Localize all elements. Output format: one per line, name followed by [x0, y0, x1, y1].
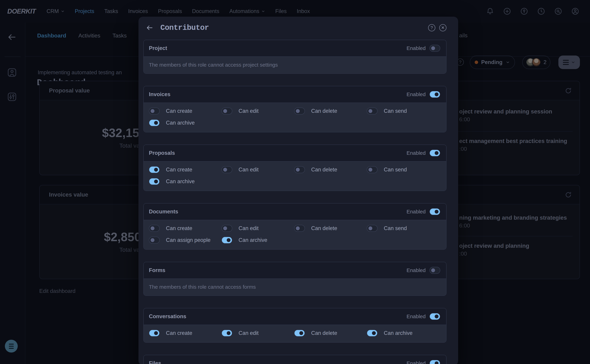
- section-note: The members of this role cannot access f…: [144, 279, 446, 295]
- conversations-can-delete-toggle[interactable]: [294, 330, 305, 337]
- section-header: ConversationsEnabled: [144, 308, 446, 325]
- documents-can-archive-toggle[interactable]: [221, 237, 232, 244]
- permission-sections: ProjectEnabledThe members of this role c…: [143, 40, 447, 364]
- permission-item: Can edit: [221, 106, 294, 116]
- project-enabled-toggle[interactable]: [429, 45, 440, 52]
- conversations-can-edit-toggle[interactable]: [221, 330, 232, 337]
- section-header: InvoicesEnabled: [144, 86, 446, 103]
- section-title: Forms: [149, 267, 165, 273]
- permission-label: Can archive: [166, 178, 194, 185]
- section-body: The members of this role cannot access f…: [144, 279, 446, 295]
- enabled-control: Enabled: [407, 150, 440, 156]
- permission-label: Can edit: [239, 225, 259, 231]
- invoices-can-send-toggle[interactable]: [367, 108, 377, 115]
- section-title: Conversations: [149, 313, 186, 320]
- enabled-label: Enabled: [407, 150, 426, 156]
- section-conversations: ConversationsEnabledCan createCan editCa…: [143, 308, 447, 343]
- section-body: Can createCan editCan deleteCan sendCan …: [144, 220, 446, 249]
- permission-label: Can send: [384, 108, 407, 114]
- section-body: Can createCan editCan deleteCan sendCan …: [144, 161, 446, 191]
- section-header: DocumentsEnabled: [144, 203, 446, 220]
- modal-title: Contributor: [160, 23, 428, 32]
- enabled-control: Enabled: [407, 45, 440, 52]
- enabled-label: Enabled: [407, 267, 426, 273]
- close-icon[interactable]: ✕: [439, 24, 447, 31]
- invoices-can-create-toggle[interactable]: [149, 108, 160, 115]
- permission-label: Can delete: [311, 108, 337, 114]
- permission-item: Can send: [367, 106, 439, 116]
- role-permissions-modal: Contributor ? ✕ ProjectEnabledThe member…: [139, 17, 458, 364]
- proposals-can-archive-toggle[interactable]: [149, 178, 160, 185]
- section-proposals: ProposalsEnabledCan createCan editCan de…: [143, 144, 447, 191]
- permission-item: Can send: [367, 224, 439, 233]
- enabled-control: Enabled: [407, 208, 440, 215]
- proposals-can-send-toggle[interactable]: [367, 166, 377, 173]
- section-title: Invoices: [149, 91, 170, 98]
- permission-label: Can delete: [311, 330, 337, 336]
- conversations-can-archive-toggle[interactable]: [367, 330, 377, 337]
- enabled-control: Enabled: [407, 360, 440, 364]
- invoices-can-archive-toggle[interactable]: [149, 119, 160, 126]
- section-header: FilesEnabled: [144, 355, 446, 364]
- proposals-enabled-toggle[interactable]: [429, 150, 440, 156]
- permission-item: Can create: [149, 165, 221, 174]
- permission-item: Can archive: [221, 235, 294, 245]
- proposals-can-create-toggle[interactable]: [149, 166, 160, 173]
- enabled-label: Enabled: [407, 313, 426, 319]
- section-title: Documents: [149, 208, 178, 215]
- documents-enabled-toggle[interactable]: [429, 208, 440, 215]
- permission-label: Can delete: [311, 225, 337, 231]
- permission-item: Can assign people: [149, 235, 221, 245]
- section-body: The members of this role cannot access p…: [144, 56, 446, 73]
- permission-item: Can edit: [221, 165, 294, 174]
- invoices-can-edit-toggle[interactable]: [221, 108, 232, 115]
- help-icon[interactable]: ?: [428, 24, 435, 31]
- documents-can-delete-toggle[interactable]: [294, 225, 305, 232]
- permission-item: Can archive: [149, 177, 221, 186]
- permission-item: Can edit: [221, 328, 294, 338]
- section-title: Files: [149, 360, 161, 364]
- section-forms: FormsEnabledThe members of this role can…: [143, 262, 447, 296]
- enabled-control: Enabled: [407, 91, 440, 98]
- invoices-enabled-toggle[interactable]: [429, 91, 440, 98]
- permission-label: Can archive: [166, 120, 194, 126]
- enabled-label: Enabled: [407, 209, 426, 214]
- forms-enabled-toggle[interactable]: [429, 267, 440, 274]
- permission-label: Can create: [166, 108, 192, 114]
- permission-label: Can delete: [311, 167, 337, 173]
- permission-label: Can archive: [239, 237, 267, 243]
- section-header: ProposalsEnabled: [144, 145, 446, 161]
- permission-item: Can delete: [294, 165, 367, 174]
- section-title: Project: [149, 45, 167, 51]
- enabled-control: Enabled: [407, 267, 440, 274]
- documents-can-send-toggle[interactable]: [367, 225, 377, 232]
- permission-grid: Can createCan editCan deleteCan archive: [144, 325, 446, 342]
- section-files: FilesEnabled: [143, 355, 447, 364]
- proposals-can-edit-toggle[interactable]: [221, 166, 232, 173]
- permission-label: Can send: [384, 225, 407, 231]
- permission-grid: Can createCan editCan deleteCan sendCan …: [144, 220, 446, 249]
- permission-item: Can delete: [294, 106, 367, 116]
- section-body: Can createCan editCan deleteCan sendCan …: [144, 103, 446, 132]
- permission-label: Can edit: [239, 108, 259, 114]
- back-arrow-icon[interactable]: [146, 24, 154, 32]
- enabled-label: Enabled: [407, 91, 426, 97]
- permission-grid: Can createCan editCan deleteCan sendCan …: [144, 103, 446, 132]
- documents-can-edit-toggle[interactable]: [221, 225, 232, 232]
- permission-label: Can create: [166, 225, 192, 231]
- section-note: The members of this role cannot access p…: [144, 57, 446, 73]
- conversations-enabled-toggle[interactable]: [429, 313, 440, 320]
- files-enabled-toggle[interactable]: [429, 360, 440, 364]
- permission-item: Can send: [367, 165, 439, 174]
- enabled-control: Enabled: [407, 313, 440, 320]
- invoices-can-delete-toggle[interactable]: [294, 108, 305, 115]
- section-header: ProjectEnabled: [144, 40, 446, 56]
- permission-label: Can assign people: [166, 237, 211, 243]
- permission-label: Can edit: [239, 167, 259, 173]
- documents-can-assign-people-toggle[interactable]: [149, 237, 160, 244]
- proposals-can-delete-toggle[interactable]: [294, 166, 305, 173]
- documents-can-create-toggle[interactable]: [149, 225, 160, 232]
- permission-item: Can archive: [367, 328, 439, 338]
- permission-grid: Can createCan editCan deleteCan sendCan …: [144, 162, 446, 191]
- conversations-can-create-toggle[interactable]: [149, 330, 160, 337]
